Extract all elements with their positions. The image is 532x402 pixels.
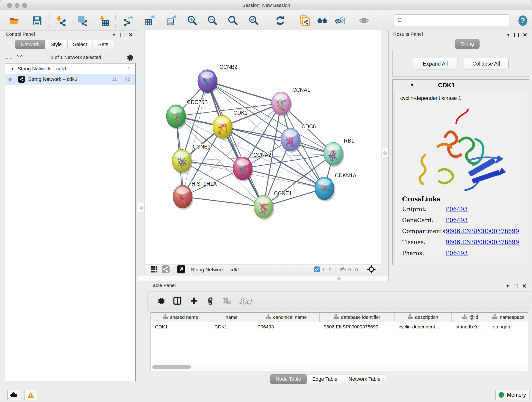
gene-header[interactable]: ▼ CDK1 xyxy=(393,80,529,91)
crosslink-link[interactable]: P06493 xyxy=(446,250,468,256)
left-splitter-handle[interactable] xyxy=(138,203,145,212)
results-panel-close-button[interactable]: ✕ xyxy=(523,32,527,38)
network-node-CDKN1A[interactable] xyxy=(315,177,335,201)
tab-edge-table[interactable]: Edge Table xyxy=(307,374,343,384)
tab-network[interactable]: Network xyxy=(15,40,45,49)
column-header-canonical-name[interactable]: canonical name xyxy=(253,313,320,322)
network-node-CDK1[interactable] xyxy=(213,115,233,140)
close-window-button[interactable] xyxy=(7,3,12,8)
control-panel-float-button[interactable] xyxy=(120,33,124,37)
network-node-CCNB2[interactable] xyxy=(198,70,218,94)
minimize-window-button[interactable] xyxy=(15,3,19,8)
cloud-button[interactable] xyxy=(7,390,20,400)
apply-layout-icon[interactable] xyxy=(274,15,286,26)
open-session-icon[interactable] xyxy=(8,15,20,26)
table-panel-menu-button[interactable]: ▼ xyxy=(506,284,510,288)
network-edge-HIST1H1A-CCNE1[interactable] xyxy=(183,197,264,207)
network-options-gear-icon[interactable] xyxy=(126,53,133,61)
network-edge-CCNB2-HIST1H1A[interactable] xyxy=(183,81,207,197)
export-table-icon[interactable] xyxy=(144,15,155,26)
import-network-file-icon[interactable] xyxy=(55,15,67,26)
create-column-icon[interactable] xyxy=(190,297,198,306)
import-table-icon[interactable] xyxy=(98,15,109,26)
table-options-gear-icon[interactable] xyxy=(157,297,165,306)
network-node-CDC6[interactable] xyxy=(281,128,301,153)
search-input[interactable] xyxy=(405,18,507,23)
birdseye-view-icon[interactable] xyxy=(177,265,185,274)
column-header-name[interactable]: name xyxy=(210,313,253,322)
right-splitter-handle[interactable] xyxy=(381,148,388,158)
collapse-all-networks-icon[interactable]: ⌄⌄ xyxy=(5,54,12,61)
hidden-eye-icon[interactable] xyxy=(339,266,346,274)
table-panel-float-button[interactable] xyxy=(514,284,518,288)
tab-sets[interactable]: Sets xyxy=(93,40,114,49)
import-network-database-icon[interactable] xyxy=(76,15,88,26)
network-node-CCNA1[interactable] xyxy=(272,92,292,116)
zoom-window-button[interactable] xyxy=(22,3,27,8)
scrollbar-thumb[interactable] xyxy=(152,365,191,369)
zoom-selected-icon[interactable] xyxy=(248,15,259,26)
network-canvas[interactable]: CCNB2CCNA1CDC25BCDK1CDC6RB1CCNB1CCNA2CDK… xyxy=(145,30,381,264)
network-node-CDC25B[interactable] xyxy=(166,105,187,129)
tree-expand-arrow-icon[interactable]: ▼ xyxy=(11,67,14,71)
table-cell[interactable]: CDK1 xyxy=(210,322,253,332)
control-panel-menu-button[interactable]: ▼ xyxy=(112,33,116,37)
table-cell[interactable]: CDK1 xyxy=(151,322,210,332)
grid-view-icon[interactable] xyxy=(151,266,158,274)
crosslink-link[interactable]: 9606.ENSP00000378699 xyxy=(446,228,519,235)
tab-node-table[interactable]: Node Table xyxy=(270,374,307,384)
export-image-icon[interactable] xyxy=(166,15,177,26)
network-node-HIST1H1A[interactable] xyxy=(173,185,193,210)
zoom-in-icon[interactable] xyxy=(186,15,198,26)
tab-network-table[interactable]: Network Table xyxy=(343,374,386,384)
column-header--id[interactable]: @id xyxy=(452,313,489,322)
selected-checkbox-icon[interactable] xyxy=(314,266,320,274)
clone-network-icon[interactable] xyxy=(299,15,311,26)
table-cell[interactable]: cyclin-dependent ... xyxy=(394,322,452,332)
control-panel-close-button[interactable]: ✕ xyxy=(128,32,133,38)
table-cell[interactable]: stringdb:9... xyxy=(452,322,489,332)
table-cell[interactable]: P06493 xyxy=(253,322,320,332)
network-node-CCNA2[interactable] xyxy=(233,157,253,182)
memory-button[interactable]: Memory xyxy=(495,390,530,400)
zoom-fit-icon[interactable] xyxy=(227,15,239,26)
show-column-icon[interactable] xyxy=(173,297,181,306)
column-header-shared-name[interactable]: shared name xyxy=(151,313,210,322)
table-panel-close-button[interactable]: ✕ xyxy=(522,283,526,289)
network-edge-CCNB2-CCNA1[interactable] xyxy=(207,81,281,103)
expand-all-networks-icon[interactable]: ⌃⌃ xyxy=(16,54,23,61)
expand-all-button[interactable]: Expand All xyxy=(413,58,458,70)
tab-select[interactable]: Select xyxy=(67,40,93,49)
results-panel-menu-button[interactable]: ▼ xyxy=(506,33,510,37)
table-cell[interactable]: 9606.ENSP00000378699 xyxy=(320,322,394,332)
column-header-database-identifier[interactable]: database identifier xyxy=(320,313,394,322)
network-collection-row[interactable]: ▼ String Network – cdk1 1 xyxy=(5,64,135,74)
delete-column-icon[interactable] xyxy=(206,297,215,306)
column-header-namespace[interactable]: namespace xyxy=(489,313,528,322)
zoom-out-icon[interactable] xyxy=(207,15,218,26)
gene-collapse-arrow-icon[interactable]: ▼ xyxy=(410,83,414,88)
crosslink-link[interactable]: 9606.ENSP00000378699 xyxy=(446,239,519,245)
table-row[interactable]: CDK1CDK1P064939606.ENSP00000378699cyclin… xyxy=(151,322,528,332)
tab-style[interactable]: Style xyxy=(45,40,68,49)
hide-selection-icon[interactable] xyxy=(334,15,346,26)
network-edge-CCNB2-CCNE1[interactable] xyxy=(207,81,264,207)
network-row-selected[interactable]: String Network – cdk1 11 48 xyxy=(5,74,135,85)
export-network-icon[interactable] xyxy=(122,15,134,26)
network-node-CCNB1[interactable] xyxy=(172,149,192,174)
home-icon[interactable] xyxy=(317,15,328,26)
save-session-icon[interactable] xyxy=(32,15,43,26)
table-horizontal-scrollbar[interactable] xyxy=(152,365,527,370)
fit-content-crosshair-icon[interactable] xyxy=(367,265,376,274)
collapse-all-button[interactable]: Collapse All xyxy=(464,58,509,70)
crosslink-link[interactable]: P06493 xyxy=(446,206,468,212)
warning-button[interactable] xyxy=(24,390,37,400)
network-share-icon[interactable] xyxy=(162,265,170,274)
network-node-RB1[interactable] xyxy=(324,142,344,167)
results-panel-float-button[interactable] xyxy=(514,33,519,37)
tab-string[interactable]: String xyxy=(455,39,480,49)
help-icon[interactable]: ? xyxy=(517,15,529,26)
column-header-description[interactable]: description xyxy=(394,313,452,322)
table-cell[interactable]: stringdb xyxy=(489,322,528,332)
network-node-CCNE1[interactable] xyxy=(254,195,274,220)
